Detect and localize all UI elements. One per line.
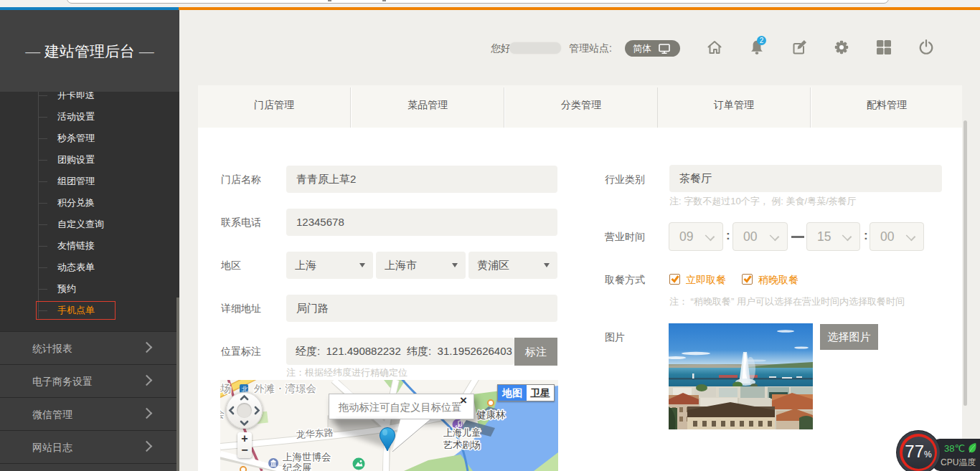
svg-text:北: 北: [242, 386, 248, 393]
svg-text:健康林: 健康林: [476, 409, 506, 420]
svg-text:外滩・湾璟会: 外滩・湾璟会: [254, 383, 316, 394]
svg-text:纪念展: 纪念展: [282, 462, 312, 471]
svg-text:艺术剧场: 艺术剧场: [443, 439, 481, 450]
svg-text:会: 会: [220, 408, 225, 419]
svg-text:上海儿童: 上海儿童: [443, 427, 481, 438]
svg-text:上海世博会: 上海世博会: [283, 452, 331, 462]
